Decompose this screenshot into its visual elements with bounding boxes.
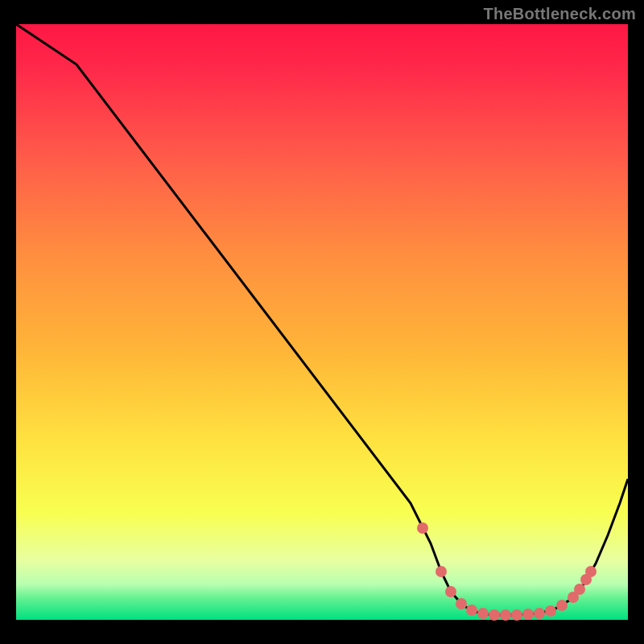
data-marker — [417, 522, 428, 534]
watermark-text: TheBottleneck.com — [483, 5, 636, 23]
data-marker — [511, 609, 522, 621]
data-marker — [522, 609, 534, 620]
data-marker — [456, 598, 467, 609]
chart-stage: TheBottleneck.com — [0, 0, 644, 644]
data-marker — [534, 608, 545, 619]
plot-background — [16, 24, 628, 620]
data-marker — [466, 605, 477, 616]
data-marker — [556, 600, 568, 611]
data-marker — [500, 609, 511, 621]
data-marker — [489, 609, 500, 621]
data-marker — [445, 586, 456, 597]
data-marker — [545, 605, 556, 617]
data-marker — [477, 608, 489, 619]
data-marker — [585, 566, 597, 577]
chart-svg — [0, 0, 644, 644]
data-marker — [436, 566, 447, 577]
data-marker — [574, 584, 585, 595]
